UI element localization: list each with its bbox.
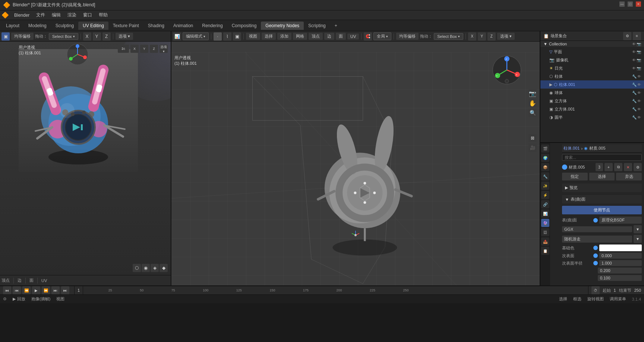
- y-axis-view[interactable]: Y: [140, 45, 148, 53]
- viewport-mode-icon[interactable]: ▣: [1, 32, 10, 41]
- edge-select-btn[interactable]: ⌇: [223, 32, 231, 41]
- base-color-swatch[interactable]: [599, 244, 642, 251]
- random-walk-value[interactable]: 随机游走: [562, 236, 632, 243]
- sun-render[interactable]: 📷: [637, 66, 641, 70]
- tab-texture-paint[interactable]: Texture Paint: [108, 22, 143, 30]
- output-tab[interactable]: 📤: [541, 237, 549, 246]
- use-nodes-btn[interactable]: 使用节点: [562, 206, 642, 214]
- editor-type-btn[interactable]: 📊: [173, 32, 181, 41]
- viewport-3d-content[interactable]: 用户透视 (1) 柱体.001 Z X Y: [171, 52, 540, 285]
- constraints-tab[interactable]: 🔗: [541, 200, 549, 208]
- vertex-menu-btn[interactable]: 顶点: [309, 33, 323, 40]
- tab-shading[interactable]: Shading: [143, 22, 169, 30]
- menu-edit[interactable]: 编辑: [49, 11, 64, 19]
- sun-vis[interactable]: 👁: [632, 66, 636, 70]
- mesh-menu-btn[interactable]: 网格: [293, 33, 307, 40]
- timeline-start-btn[interactable]: ⏮: [3, 286, 11, 294]
- cam-render[interactable]: 📷: [637, 58, 641, 62]
- material-settings-btn[interactable]: ⚙: [634, 163, 642, 171]
- timeline-end-btn[interactable]: ⏭: [61, 286, 69, 294]
- face-menu-btn[interactable]: 面: [336, 33, 346, 40]
- sp-modifier[interactable]: 🔧: [632, 91, 637, 95]
- c1-modifier[interactable]: 🔧: [632, 107, 637, 111]
- close-button[interactable]: ✕: [636, 1, 641, 7]
- c1-vis[interactable]: 👁: [637, 107, 641, 111]
- wireframe-btn[interactable]: ⬡: [133, 264, 141, 272]
- view-layer-tab[interactable]: 📋: [541, 247, 549, 255]
- global-dropdown[interactable]: 全局: [373, 32, 391, 40]
- view-menu-btn[interactable]: 视图: [246, 33, 260, 40]
- data-tab[interactable]: 📊: [541, 210, 549, 218]
- x-axis-vp[interactable]: X: [468, 32, 476, 41]
- right-viewport[interactable]: 📊 编辑模式 · ⌇ ▣ 视图 选择 添加 网格 顶点 边 面 UV 🧲 全局 …: [171, 31, 540, 285]
- minimize-button[interactable]: —: [619, 1, 625, 7]
- timeline-ruler[interactable]: 25 50 75 100 125 150 175 200 225 250: [83, 286, 588, 294]
- surface-header[interactable]: ▼ 表(曲)面: [562, 195, 642, 204]
- toggle-view-btn[interactable]: 𝕴𝕥: [118, 45, 129, 53]
- distribution-value[interactable]: GGX: [562, 226, 632, 232]
- camera-tool-btn[interactable]: 📷: [528, 89, 537, 98]
- menu-help[interactable]: 帮助: [96, 11, 111, 19]
- z-axis-vp[interactable]: Z: [487, 32, 496, 41]
- x-axis-view[interactable]: X: [130, 45, 139, 53]
- visibility-icon[interactable]: 👁: [632, 42, 636, 46]
- viewport-gizmo[interactable]: Z X Y: [492, 55, 522, 85]
- outliner-item-camera[interactable]: 📷 摄像机 👁 📷: [540, 56, 644, 64]
- tab-animation[interactable]: Animation: [169, 22, 198, 30]
- material-tab[interactable]: 🔮: [541, 219, 549, 227]
- assign-btn[interactable]: 指定: [562, 173, 588, 180]
- uniform-move-vp[interactable]: 均等偏移: [396, 33, 419, 40]
- options-btn-left[interactable]: 选项 ▾: [116, 33, 133, 40]
- hc-vis[interactable]: 👁: [637, 115, 641, 119]
- c001-modifier[interactable]: 🔧: [632, 83, 637, 87]
- timeline-next-keyframe-btn[interactable]: ⏭: [51, 286, 60, 294]
- cam-vis[interactable]: 👁: [632, 58, 636, 62]
- object-tab[interactable]: 📦: [541, 163, 549, 171]
- ss-radius-val1[interactable]: 1.000: [599, 260, 642, 266]
- rw-dropdown[interactable]: ▾: [634, 235, 642, 243]
- menu-blender[interactable]: Blender: [11, 12, 32, 19]
- tab-compositing[interactable]: Compositing: [227, 22, 261, 30]
- render-tab[interactable]: 🖼: [541, 228, 549, 236]
- outliner-item-half-circle[interactable]: ◑ 圆半 🔧 👁: [540, 113, 644, 121]
- options-view[interactable]: 选项 ▾: [160, 45, 168, 53]
- timing-icon[interactable]: ⏱: [591, 286, 600, 294]
- c001-vis[interactable]: 👁: [637, 83, 641, 87]
- outliner-item-cylinder[interactable]: ⬡ 柱体 🔧 👁: [540, 72, 644, 80]
- scene-tab[interactable]: 🎬: [541, 144, 549, 153]
- viewport-gizmo-left[interactable]: [66, 43, 89, 65]
- vertex-select-btn[interactable]: ·: [214, 32, 222, 41]
- outliner-item-sun[interactable]: ☀ 日光 👁 📷: [540, 64, 644, 72]
- cyl-vis[interactable]: 👁: [637, 74, 641, 79]
- edit-mode-dropdown[interactable]: 编辑模式: [183, 32, 209, 40]
- timeline-prev-btn[interactable]: ⏪: [22, 286, 31, 294]
- outliner-item-cylinder001[interactable]: ▶ ⬡ 柱体.001 🔧 👁: [540, 80, 644, 89]
- scene-collection-header[interactable]: ▼ Collection 👁 📷: [540, 41, 644, 47]
- x-axis-btn[interactable]: X: [83, 32, 91, 41]
- preview-header[interactable]: ▶ 预览: [562, 183, 642, 192]
- material-delete-btn[interactable]: ✕: [624, 163, 632, 171]
- y-axis-vp[interactable]: Y: [478, 32, 486, 41]
- tab-geometry-nodes[interactable]: Geometry Nodes: [261, 22, 304, 30]
- plane-vis[interactable]: 👁: [632, 50, 636, 54]
- tab-sculpting[interactable]: Sculpting: [51, 22, 78, 30]
- particles-tab[interactable]: ✨: [541, 182, 549, 190]
- cyl-modifier[interactable]: 🔧: [632, 74, 637, 79]
- uniform-move-btn[interactable]: 均等偏移: [11, 33, 34, 40]
- menu-window[interactable]: 窗口: [80, 11, 95, 19]
- outliner-item-plane[interactable]: ▽ 平面 👁 📷: [540, 48, 644, 56]
- z-axis-btn[interactable]: Z: [102, 32, 111, 41]
- menu-render[interactable]: 渲染: [64, 11, 79, 19]
- select-box-dropdown-vp[interactable]: Select Box: [434, 33, 463, 40]
- timeline-play-btn[interactable]: ▶: [32, 286, 40, 294]
- cube-modifier[interactable]: 🔧: [632, 99, 637, 103]
- uv-menu-btn[interactable]: UV: [347, 33, 359, 39]
- left-viewport[interactable]: 用户透视 (1) 柱体.001 𝕴𝕥 X Y Z 选项 ▾: [0, 42, 171, 275]
- outliner-sort-btn[interactable]: ≡: [633, 32, 641, 40]
- timeline-next-btn[interactable]: ⏩: [42, 286, 50, 294]
- tab-layout[interactable]: Layout: [1, 22, 24, 30]
- dist-dropdown[interactable]: ▾: [634, 225, 642, 233]
- deselect-btn[interactable]: 弃选: [616, 173, 642, 180]
- timeline-prev-keyframe-btn[interactable]: ⏮: [13, 286, 21, 294]
- sp-vis[interactable]: 👁: [637, 91, 641, 95]
